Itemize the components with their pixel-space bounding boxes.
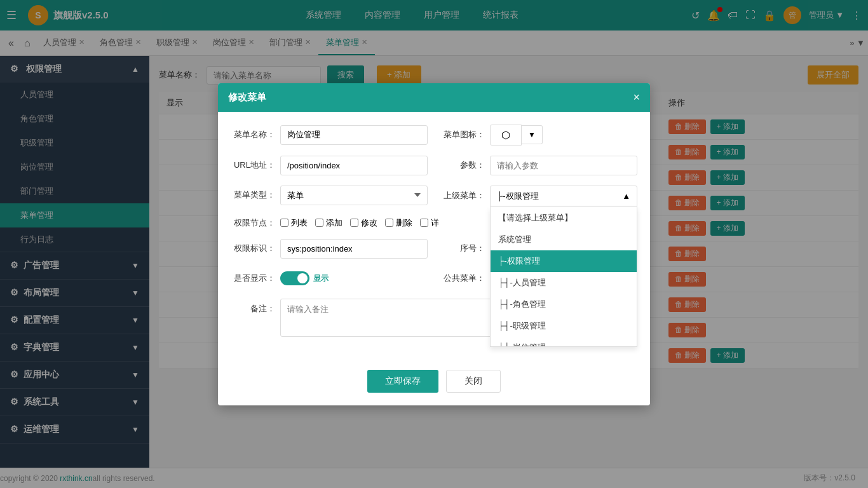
- toggle-wrap: 显示: [280, 271, 329, 285]
- cb-list-input[interactable]: [280, 219, 288, 227]
- cb-delete-input[interactable]: [385, 219, 393, 227]
- menu-type-select[interactable]: 菜单 模块 导航 节点: [280, 186, 428, 205]
- icon-select-wrap: ⬡ ▼: [490, 125, 637, 146]
- cb-edit[interactable]: 修改: [350, 217, 377, 229]
- icon-box: ⬡: [490, 125, 522, 146]
- dropdown-option-5[interactable]: ├┤-职级管理: [491, 315, 637, 337]
- modal-edit-menu: 修改菜单 × 菜单名称： 菜单图标： ⬡ ▼: [218, 83, 650, 405]
- modal-overlay: 修改菜单 × 菜单名称： 菜单图标： ⬡ ▼: [0, 0, 868, 488]
- cb-detail-input[interactable]: [420, 219, 428, 227]
- chevron-up-icon: ▲: [622, 191, 630, 201]
- modal-close-btn[interactable]: ×: [633, 91, 640, 104]
- form-row-name-icon: 菜单名称： 菜单图标： ⬡ ▼: [231, 125, 637, 146]
- notes-label: 备注：: [231, 299, 275, 315]
- form-group-params: 参数：: [440, 156, 637, 175]
- icon-dropdown-btn[interactable]: ▼: [522, 125, 543, 144]
- permission-id-input[interactable]: [280, 239, 428, 259]
- menu-icon-label: 菜单图标：: [440, 129, 485, 140]
- close-button[interactable]: 关闭: [446, 370, 501, 393]
- seq-label: 序号：: [440, 243, 485, 254]
- permission-id-label: 权限标识：: [231, 243, 275, 254]
- permission-label: 权限节点：: [231, 217, 275, 229]
- form-group-url: URL地址：: [231, 156, 428, 175]
- cb-edit-input[interactable]: [350, 219, 358, 227]
- cb-list[interactable]: 列表: [280, 217, 308, 229]
- params-label: 参数：: [440, 159, 485, 171]
- dropdown-option-4[interactable]: ├┤-角色管理: [491, 294, 637, 315]
- dropdown-option-0[interactable]: 【请选择上级菜单】: [491, 207, 637, 229]
- form-group-show: 是否显示： 显示: [231, 271, 428, 285]
- form-group-type: 菜单类型： 菜单 模块 导航 节点: [231, 186, 428, 205]
- form-row-url-params: URL地址： 参数：: [231, 156, 637, 175]
- modal-header: 修改菜单 ×: [218, 83, 650, 112]
- url-label: URL地址：: [231, 159, 275, 171]
- cb-detail[interactable]: 详: [420, 217, 439, 229]
- parent-menu-selected[interactable]: ├-权限管理 ▲: [490, 186, 637, 207]
- dropdown-option-3[interactable]: ├┤-人员管理: [491, 272, 637, 294]
- cb-add-input[interactable]: [315, 219, 323, 227]
- dropdown-option-6[interactable]: ├┤-岗位管理: [491, 337, 637, 347]
- modal-body: 菜单名称： 菜单图标： ⬡ ▼ URL地址： 参数：: [218, 112, 650, 360]
- form-row-type-parent: 菜单类型： 菜单 模块 导航 节点 上级菜单： ├-权限管理 ▲: [231, 186, 637, 207]
- menu-type-label: 菜单类型：: [231, 189, 275, 201]
- form-group-parent: 上级菜单： ├-权限管理 ▲ 【请选择上级菜单】 系统管理 ├-权限管理 ├┤-…: [440, 186, 637, 207]
- params-input[interactable]: [490, 156, 637, 175]
- parent-menu-list: 【请选择上级菜单】 系统管理 ├-权限管理 ├┤-人员管理 ├┤-角色管理 ├┤…: [490, 207, 637, 347]
- parent-menu-dropdown: ├-权限管理 ▲ 【请选择上级菜单】 系统管理 ├-权限管理 ├┤-人员管理 ├…: [490, 186, 637, 207]
- form-group-name: 菜单名称：: [231, 125, 428, 145]
- show-toggle-label: 显示: [313, 273, 329, 284]
- public-menu-label: 公共菜单：: [440, 273, 485, 284]
- form-group-permid: 权限标识：: [231, 239, 428, 259]
- dropdown-option-2[interactable]: ├-权限管理: [491, 250, 637, 272]
- modal-title: 修改菜单: [228, 92, 266, 104]
- cb-add[interactable]: 添加: [315, 217, 342, 229]
- form-group-icon: 菜单图标： ⬡ ▼: [440, 125, 637, 146]
- url-input[interactable]: [280, 156, 428, 175]
- menu-name-input[interactable]: [280, 125, 428, 145]
- cb-delete[interactable]: 删除: [385, 217, 412, 229]
- modal-footer: 立即保存 关闭: [218, 360, 650, 405]
- dropdown-option-1[interactable]: 系统管理: [491, 229, 637, 250]
- menu-name-label: 菜单名称：: [231, 129, 275, 140]
- parent-menu-label: 上级菜单：: [440, 186, 485, 201]
- show-toggle[interactable]: [280, 271, 309, 285]
- show-label: 是否显示：: [231, 273, 275, 284]
- save-button[interactable]: 立即保存: [367, 370, 438, 393]
